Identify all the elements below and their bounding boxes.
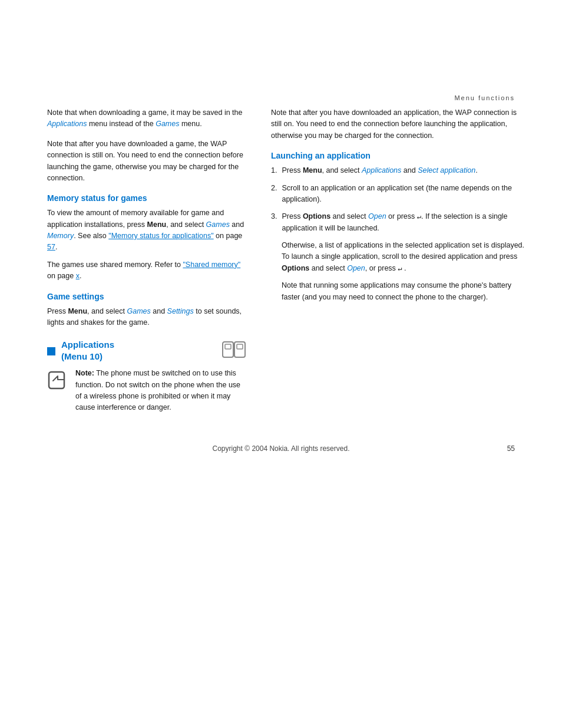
app-title-box: Applications (Menu 10) [47, 339, 114, 362]
app-title-line1: Applications [61, 340, 114, 350]
gs-text1: Press [47, 307, 68, 315]
note-icon-bold: Note: [75, 369, 94, 377]
li3-text1: Press [282, 212, 302, 220]
shared-text3: . [80, 272, 81, 280]
note-dl-app-text: Note that after you have downloaded an a… [271, 108, 517, 140]
footer: Copyright © 2004 Nokia. All rights reser… [0, 444, 562, 470]
ep-key: ↵ [398, 264, 402, 272]
gs-italic2: Settings [167, 307, 194, 315]
app-icon-box [222, 340, 247, 362]
li2-text1: Scroll to an application or an applicati… [282, 184, 512, 203]
ep-text4: . [402, 264, 406, 272]
mem-italic1: Games [206, 220, 230, 229]
ep-text3: , or press [365, 264, 398, 272]
mem-italic2: Memory [47, 232, 74, 240]
ep-text2: and select [309, 264, 347, 272]
note-wap-game: Note that after you have downloaded a ga… [47, 139, 247, 185]
note-text-1c: menu. [179, 120, 201, 128]
mem-text2: , and select [166, 220, 206, 229]
li3-key: ↵ [417, 212, 421, 220]
note-icon-text: Note: The phone must be switched on to u… [75, 368, 247, 414]
gs-bold1: Menu [68, 307, 87, 315]
ep-italic1: Open [347, 264, 365, 272]
li1-italic1: Applications [362, 166, 401, 174]
mem-text4: . See also [74, 232, 108, 240]
note-symbol-icon [47, 370, 68, 391]
launching-list: 1. Press Menu, and select Applications a… [271, 165, 527, 234]
li1-text3: and [401, 166, 418, 174]
note-wap-game-text: Note that after you have downloaded a ga… [47, 140, 243, 182]
mem-text6: . [55, 243, 57, 251]
section-header: Menu functions [0, 0, 562, 107]
li3-italic1: Open [368, 212, 386, 220]
list-num-2: 2. [271, 183, 277, 206]
note-italic-games: Games [156, 120, 179, 128]
shared-text2: on page [47, 272, 76, 280]
two-column-layout: Note that when downloading a game, it ma… [0, 107, 562, 421]
mem-page[interactable]: 57 [47, 243, 55, 251]
section-title: Menu functions [454, 94, 515, 101]
gs-italic1: Games [127, 307, 150, 315]
note-download-app: Note that after you have downloaded an a… [271, 107, 527, 141]
list-item-1: 1. Press Menu, and select Applications a… [271, 165, 527, 176]
applications-section-header: Applications (Menu 10) [47, 339, 247, 362]
mem-text5: on page [214, 232, 243, 240]
left-column: Note that when downloading a game, it ma… [47, 107, 247, 421]
list-num-1: 1. [271, 165, 277, 176]
app-section-title: Applications (Menu 10) [61, 339, 114, 362]
note-icon-block: Note: The phone must be switched on to u… [47, 368, 247, 414]
note-icon [47, 370, 68, 391]
li3-text3: or press [386, 212, 417, 220]
shared-link[interactable]: "Shared memory" [183, 261, 240, 269]
gs-text3: and [151, 307, 167, 315]
list-item-3: 3. Press Options and select Open or pres… [271, 211, 527, 234]
li1-text4: . [475, 166, 477, 174]
ep-text1: Otherwise, a list of applications in the… [282, 241, 524, 261]
list-content-2: Scroll to an application or an applicati… [282, 183, 527, 206]
mem-link1[interactable]: "Memory status for applications" [108, 232, 213, 240]
note-text-1b: menu instead of the [87, 120, 156, 128]
shared-text1: The games use shared memory. Refer to [47, 261, 183, 269]
applications-icon [222, 340, 247, 362]
game-settings-body: Press Menu, and select Games and Setting… [47, 306, 247, 329]
blue-square-icon [47, 347, 55, 355]
page: Menu functions Note that when downloadin… [0, 0, 562, 728]
list-item-2: 2. Scroll to an application or an applic… [271, 183, 527, 206]
copyright-text: Copyright © 2004 Nokia. All rights reser… [213, 444, 350, 453]
mem-bold1: Menu [147, 220, 167, 229]
li1-italic2: Select application [418, 166, 475, 174]
ep2-text: Note that running some applications may … [282, 281, 511, 301]
svg-rect-3 [237, 344, 243, 349]
li1-bold1: Menu [303, 166, 322, 174]
note-text-1a: Note that when downloading a game, it ma… [47, 108, 242, 117]
extra-para-otherwise: Otherwise, a list of applications in the… [282, 240, 527, 274]
svg-rect-1 [225, 344, 231, 349]
li1-text1: Press [282, 166, 302, 174]
gs-text2: , and select [87, 307, 127, 315]
app-title-line2: (Menu 10) [61, 351, 103, 361]
note-download-game: Note that when downloading a game, it ma… [47, 107, 247, 130]
memory-status-body: To view the amount of memory available f… [47, 207, 247, 253]
right-column: Note that after you have downloaded an a… [271, 107, 527, 421]
list-content-3: Press Options and select Open or press ↵… [282, 211, 527, 234]
list-content-1: Press Menu, and select Applications and … [282, 165, 527, 176]
li1-text2: , and select [322, 166, 362, 174]
memory-shared-body: The games use shared memory. Refer to "S… [47, 259, 247, 282]
li3-bold1: Options [303, 212, 330, 220]
extra-para-battery: Note that running some applications may … [282, 280, 527, 303]
game-settings-heading: Game settings [47, 292, 247, 301]
li3-text2: and select [330, 212, 368, 220]
page-number: 55 [507, 444, 515, 453]
launching-heading: Launching an application [271, 151, 527, 160]
note-icon-body: The phone must be switched on to use thi… [75, 369, 240, 411]
list-num-3: 3. [271, 211, 277, 234]
memory-status-heading: Memory status for games [47, 193, 247, 203]
note-italic-applications: Applications [47, 120, 87, 128]
mem-text3: and [230, 220, 244, 229]
ep-bold1: Options [282, 264, 309, 272]
